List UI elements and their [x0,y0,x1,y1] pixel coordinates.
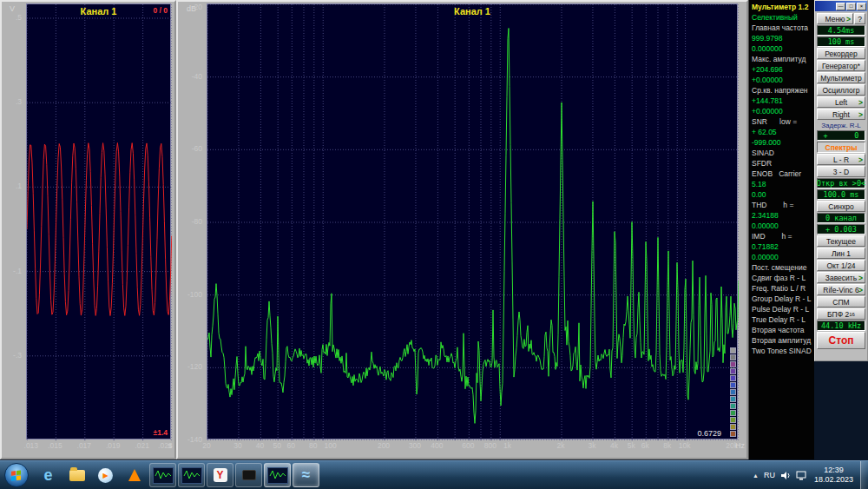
scope-cursor-readout: ±1.4 [154,428,168,437]
measurement-value: 0.00000 [749,221,814,231]
multimeter-readout-panel: Мультиметр 1.2СелективныйГлавная частота… [748,0,814,459]
waves-app-taskbar-button[interactable]: ≈ [293,463,319,487]
l-minus-r-button[interactable]: L - R> [817,154,865,165]
trace-color-swatch[interactable] [730,354,736,360]
scope-y-tick-label: .1 [16,182,22,190]
measurement-value: +144.781 [749,96,814,106]
spectrum-x-tick-label: 800 [484,441,496,450]
psd-button[interactable]: СПМ [817,296,865,307]
spectrum-app-taskbar-button[interactable] [264,463,291,487]
measurement-value: +0.00000 [749,75,814,85]
measurement-label: ENOB Carrier [749,169,814,179]
spectrum-x-tick-label: 400 [431,441,443,450]
spectrum-x-tick-label: 200 [378,441,390,450]
oscilloscope-window: V Канал 1 0 / 0 ±1.4 .5.3.1-.1-.3 .013.0… [0,0,176,459]
spectrum-x-tick-label: 40 [256,441,264,450]
recorder-button[interactable]: Рекордер [817,48,865,59]
minimize-button[interactable]: — [836,3,845,10]
spectra-button[interactable]: Спектры [817,142,865,153]
measurement-value: 999.9798 [749,33,814,43]
left-channel-button[interactable]: Left> [817,96,865,108]
maximize-button[interactable]: □ [846,3,856,10]
sync-value-display: + 0.003 [817,224,865,235]
right-channel-button[interactable]: Right> [817,109,865,120]
fft-size-button[interactable]: БПФ 216 [817,308,865,320]
explorer-folder-taskbar-button[interactable] [63,463,90,487]
media-player-taskbar-button[interactable]: ▶ [92,463,119,487]
magic-app-taskbar-button[interactable] [235,463,262,487]
help-button[interactable]: ? [854,13,865,24]
spectrum-y-tick-label: -120 [187,362,202,371]
language-indicator[interactable]: RU [764,471,775,479]
trace-color-swatch[interactable] [730,361,736,367]
hat-glyph-icon [242,470,256,480]
network-icon[interactable] [796,471,807,480]
folder-glyph-icon [69,470,85,481]
measurement-value: +204.696 [749,64,814,75]
linear-scale-button[interactable]: Лин 1 [817,248,865,259]
spectrum-trace-canvas [207,4,739,440]
scope-x-tick-label: .021 [135,441,149,450]
spectrum-x-tick-label: 50 [273,441,280,450]
trace-color-swatch[interactable] [730,431,736,437]
trace-color-swatch[interactable] [730,368,736,374]
trace-color-swatch[interactable] [730,410,736,416]
trace-color-swatch[interactable] [730,347,736,354]
measurement-label: SNR low = [749,116,814,127]
three-d-button[interactable]: 3 - D [817,166,865,177]
spectrum-x-tick-label: 80 [309,441,317,450]
trace-color-swatch[interactable] [730,382,736,388]
stop-button[interactable]: Стоп [817,332,865,349]
scope-y-axis: .5.3.1-.1-.3 [2,3,24,439]
spectrum-y-tick-label: -80 [192,217,202,226]
measurement-label: Пост. смещение [749,262,814,273]
spectrum-y-tick-label: -140 [187,435,202,444]
oscilloscope-trace-canvas [27,4,172,440]
sync-button[interactable]: Синхро [817,201,865,212]
scope-y-tick-label: .5 [16,13,22,22]
measurement-label: Group Delay R - L [749,294,814,304]
close-button[interactable]: × [857,3,866,10]
measurement-label: SFDR [749,158,814,169]
scope-y-tick-label: .3 [16,97,22,106]
system-tray: ▲ RU 12:39 18.02.2023 [753,461,868,489]
spectrum-y-tick-label: -20 [192,3,202,11]
scope-x-tick-label: .019 [106,441,121,450]
trace-color-swatch[interactable] [730,403,736,409]
start-button[interactable] [4,463,29,487]
trace-color-swatch[interactable] [730,389,736,395]
trace-color-swatch[interactable] [730,396,736,402]
spectrum-plot-area[interactable]: Канал 1 0.6729 [207,3,738,439]
audio-analyzer-2-taskbar-button[interactable] [178,463,205,487]
current-button[interactable]: Текущее [817,235,865,247]
menu-button[interactable]: Меню> [817,13,853,24]
tray-overflow-arrow[interactable]: ▲ [753,472,759,479]
show-desktop-button[interactable] [860,461,868,489]
spectrum-x-tick-label: 600 [462,441,474,450]
spectrum-y-tick-label: -40 [192,72,202,81]
speaker-icon[interactable] [780,471,791,480]
measurement-value: 0.00 [749,189,814,200]
audio-analyzer-1-taskbar-button[interactable] [149,463,176,487]
multimeter-button[interactable]: Мультиметр [817,72,865,83]
internet-explorer-taskbar-button[interactable]: e [35,463,62,487]
generator-button[interactable]: Генератор* [817,60,865,71]
wave-glyph-icon [153,467,174,484]
cone-glyph-icon [128,469,141,481]
window-time-display: 100.0 ms [817,189,865,200]
oscilloscope-button[interactable]: Осциллогр [817,84,865,96]
scope-y-tick-label: -.1 [13,267,22,275]
clock[interactable]: 12:39 18.02.2023 [814,466,853,485]
oscilloscope-plot-area[interactable]: Канал 1 0 / 0 ±1.4 [26,3,171,439]
octave-scale-button[interactable]: Окт 1/24 [817,260,865,271]
trace-color-swatch[interactable] [730,424,736,430]
freeze-button[interactable]: Завесить> [817,272,865,283]
measurement-value: 5.18 [749,179,814,189]
scope-y-tick-label: -.3 [13,351,22,360]
window-function-button[interactable]: Rife-Vinc 6> [817,284,865,295]
measurement-value: 2.34188 [749,210,814,221]
trace-color-swatch[interactable] [730,375,736,381]
yandex-browser-taskbar-button[interactable]: Y [207,463,233,487]
trace-color-swatch[interactable] [730,417,736,423]
vlc-taskbar-button[interactable] [121,463,148,487]
